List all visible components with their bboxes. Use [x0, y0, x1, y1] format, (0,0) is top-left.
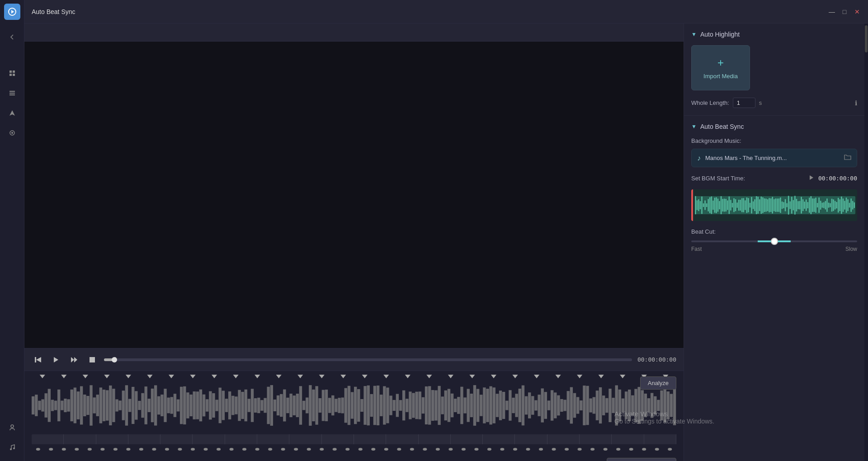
- svg-rect-200: [612, 398, 614, 413]
- whole-length-row: Whole Length: s ℹ: [691, 98, 857, 108]
- beat-segment: [32, 434, 64, 444]
- svg-rect-78: [219, 388, 222, 423]
- svg-rect-192: [586, 386, 589, 425]
- svg-point-287: [513, 448, 517, 451]
- svg-point-253: [75, 448, 79, 451]
- svg-rect-216: [663, 388, 666, 422]
- auto-highlight-title: Auto Highlight: [700, 31, 740, 38]
- svg-rect-401: [854, 202, 855, 208]
- sidebar-icon-1[interactable]: [4, 65, 20, 81]
- svg-rect-59: [157, 396, 160, 414]
- svg-rect-91: [260, 400, 263, 411]
- svg-rect-354: [778, 198, 780, 212]
- svg-rect-137: [409, 391, 411, 419]
- beat-segment: [580, 434, 612, 444]
- svg-rect-208: [637, 387, 640, 424]
- svg-point-250: [36, 448, 40, 451]
- bgm-start-label: Set BGM Start Time:: [691, 175, 805, 182]
- svg-rect-161: [486, 389, 489, 422]
- sidebar-icon-2[interactable]: [4, 85, 20, 101]
- close-button[interactable]: ✕: [854, 8, 861, 15]
- svg-rect-314: [714, 198, 716, 212]
- svg-rect-167: [505, 401, 508, 410]
- beat-segment: [225, 434, 257, 444]
- folder-icon[interactable]: [844, 154, 851, 162]
- svg-rect-332: [743, 198, 745, 212]
- svg-marker-220: [40, 375, 45, 378]
- svg-rect-133: [396, 394, 399, 417]
- svg-rect-199: [609, 389, 611, 422]
- svg-rect-136: [406, 399, 408, 412]
- preview-canvas: [24, 42, 684, 348]
- svg-rect-374: [811, 196, 812, 214]
- sidebar-icon-5[interactable]: [4, 419, 20, 436]
- svg-rect-388: [833, 199, 834, 211]
- svg-rect-311: [709, 197, 711, 213]
- svg-rect-188: [573, 393, 576, 418]
- svg-rect-150: [451, 394, 453, 418]
- bg-music-label: Background Music:: [691, 137, 857, 144]
- scrollbar-thumb[interactable]: [865, 25, 868, 52]
- analyze-button[interactable]: Analyze: [640, 376, 676, 390]
- svg-rect-68: [186, 392, 189, 418]
- sidebar-icon-3[interactable]: [4, 105, 20, 121]
- auto-highlight-header[interactable]: ▼ Auto Highlight: [691, 31, 857, 38]
- right-scrollbar[interactable]: [864, 24, 868, 461]
- svg-marker-222: [83, 375, 88, 378]
- svg-rect-185: [563, 400, 566, 411]
- beat-cut-slider[interactable]: [691, 240, 857, 242]
- svg-marker-244: [555, 375, 561, 378]
- svg-rect-6: [9, 91, 15, 92]
- svg-rect-29: [61, 400, 63, 410]
- sidebar-icon-back[interactable]: [4, 29, 20, 45]
- stop-button[interactable]: [86, 353, 99, 366]
- svg-rect-179: [544, 392, 547, 419]
- svg-rect-53: [138, 401, 141, 410]
- whole-length-input[interactable]: [733, 98, 755, 108]
- svg-rect-342: [759, 199, 760, 211]
- svg-rect-207: [634, 389, 637, 422]
- svg-rect-205: [628, 390, 631, 421]
- beat-dots-row: [32, 446, 676, 452]
- svg-point-297: [642, 448, 646, 451]
- beat-segment: [289, 434, 321, 444]
- svg-rect-182: [554, 392, 557, 418]
- svg-rect-67: [183, 386, 186, 424]
- svg-point-271: [307, 448, 311, 451]
- svg-marker-231: [276, 375, 282, 378]
- info-icon[interactable]: ℹ: [855, 99, 857, 107]
- maximize-button[interactable]: □: [841, 8, 848, 15]
- svg-rect-384: [826, 198, 828, 212]
- svg-rect-385: [828, 202, 830, 207]
- svg-rect-94: [270, 385, 273, 426]
- play-button[interactable]: [50, 353, 62, 366]
- svg-rect-338: [753, 202, 754, 209]
- svg-rect-166: [502, 392, 505, 419]
- svg-point-270: [294, 448, 298, 451]
- svg-rect-209: [641, 390, 644, 421]
- svg-rect-107: [312, 390, 315, 421]
- svg-marker-15: [36, 357, 41, 362]
- svg-rect-197: [602, 395, 605, 415]
- import-media-button[interactable]: + Import Media: [691, 45, 750, 90]
- sidebar-icon-4[interactable]: [4, 125, 20, 141]
- progress-bar[interactable]: [104, 358, 632, 361]
- svg-rect-309: [706, 203, 708, 207]
- svg-rect-353: [777, 198, 778, 212]
- svg-rect-214: [657, 400, 660, 411]
- auto-beat-sync-header[interactable]: ▼ Auto Beat Sync: [691, 123, 857, 130]
- progress-knob[interactable]: [112, 357, 117, 362]
- bgm-play-button[interactable]: [808, 174, 815, 182]
- minimize-button[interactable]: —: [828, 8, 835, 15]
- svg-point-11: [11, 425, 14, 428]
- svg-rect-368: [801, 197, 802, 214]
- fast-forward-button[interactable]: [68, 353, 80, 366]
- sidebar-icon-music[interactable]: [4, 439, 20, 456]
- export-timeline-button[interactable]: Export to Timeline: [607, 458, 676, 461]
- waveform-canvas: [24, 371, 684, 434]
- svg-rect-31: [67, 399, 70, 411]
- skip-back-button[interactable]: [32, 353, 44, 366]
- svg-rect-7: [9, 93, 15, 94]
- svg-marker-233: [319, 375, 325, 378]
- svg-rect-64: [174, 394, 176, 417]
